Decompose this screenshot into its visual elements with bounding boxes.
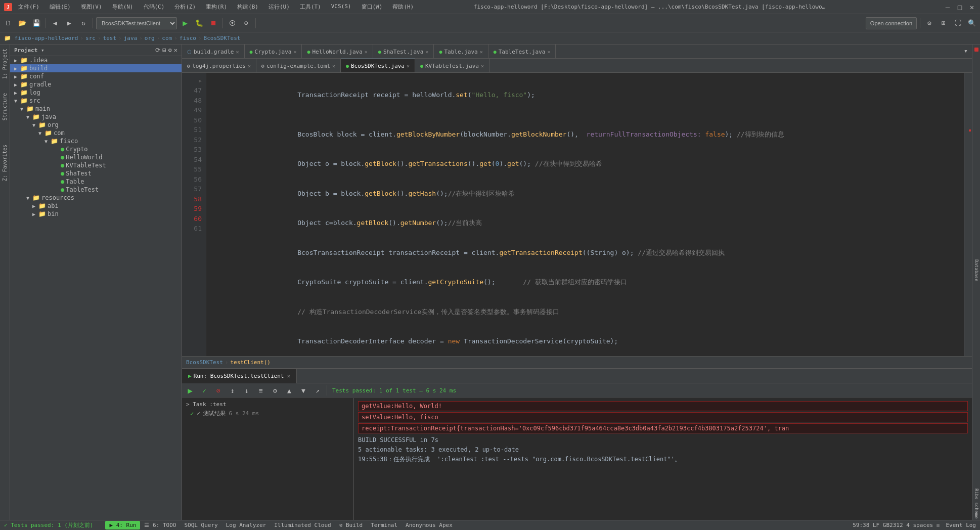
new-file-button[interactable]: 🗋: [2, 17, 14, 29]
fullscreen-icon[interactable]: ⛶: [952, 17, 964, 29]
breadcrumb-class[interactable]: BcosSDKTest: [204, 35, 241, 41]
tab-kvtabletest-java[interactable]: ● KVTableTest.java ✕: [415, 59, 489, 73]
tree-item-org[interactable]: ▼ 📁 org: [10, 121, 182, 129]
build-status-button[interactable]: ⚒ Build: [335, 522, 367, 528]
tree-item-shatest[interactable]: ▶ ● ShaTest: [10, 169, 182, 178]
run-button[interactable]: ▶: [179, 17, 191, 29]
menu-bar[interactable]: 文件(F) 编辑(E) 视图(V) 导航(N) 代码(C) 分析(Z) 重构(R…: [16, 2, 416, 12]
menu-code[interactable]: 代码(C): [142, 2, 167, 12]
close-tab-icon[interactable]: ✕: [481, 63, 484, 69]
tab-config-toml[interactable]: ⚙ config-example.toml ✕: [256, 59, 341, 73]
breadcrumb-item[interactable]: 📁 fisco-app-helloword: [4, 35, 78, 41]
menu-analyze[interactable]: 分析(Z): [172, 2, 198, 12]
breadcrumb-org[interactable]: org: [145, 35, 155, 41]
profile-button[interactable]: ⊕: [240, 17, 252, 29]
menu-refactor[interactable]: 重构(R): [204, 2, 229, 12]
menu-help[interactable]: 帮助(H): [390, 2, 416, 12]
close-sidebar-icon[interactable]: ✕: [174, 47, 177, 54]
cloud-status-button[interactable]: Illuminated Cloud: [270, 522, 335, 528]
collapse-all-icon[interactable]: ⊟: [162, 47, 166, 54]
tree-item-build[interactable]: ▶ 📁 build: [10, 64, 182, 72]
structure-panel-label[interactable]: Structure: [1, 91, 9, 122]
log-status-button[interactable]: Log Analyzer: [222, 522, 270, 528]
tab-table-java[interactable]: ● Table.java ✕: [434, 45, 488, 59]
breadcrumb-src[interactable]: src: [85, 35, 96, 41]
tree-item-table[interactable]: ▶ ● Table: [10, 178, 182, 186]
breadcrumb-test[interactable]: test: [103, 35, 117, 41]
close-tab-icon[interactable]: ✕: [365, 49, 368, 55]
sync-icon[interactable]: ⟳: [155, 47, 160, 54]
stop-test-button[interactable]: ⊘: [212, 384, 225, 396]
close-button[interactable]: ✕: [968, 3, 976, 11]
menu-window[interactable]: 窗口(W): [360, 2, 385, 12]
debug-button[interactable]: 🐛: [193, 17, 205, 29]
close-tab-icon[interactable]: ✕: [293, 49, 296, 55]
tree-item-crypto[interactable]: ▶ ● Crypto: [10, 145, 182, 153]
run-config-selector[interactable]: BcosSDKTest.testClient: [96, 17, 177, 29]
window-controls[interactable]: — □ ✕: [944, 3, 976, 11]
tree-item-com[interactable]: ▼ 📁 com: [10, 129, 182, 137]
sort-asc-button[interactable]: ↕: [227, 384, 239, 396]
menu-nav[interactable]: 导航(N): [110, 2, 136, 12]
minimize-button[interactable]: —: [944, 3, 952, 11]
tree-item-helloworld[interactable]: ▶ ● HelloWorld: [10, 153, 182, 161]
close-tab-icon[interactable]: ✕: [236, 49, 239, 55]
stop-button[interactable]: ⏹: [207, 17, 219, 29]
tree-item-gradle[interactable]: ▶ 📁 gradle: [10, 80, 182, 89]
tab-log4j[interactable]: ⚙ log4j.properties ✕: [182, 59, 256, 73]
close-tab-icon[interactable]: ✕: [547, 49, 550, 55]
tree-item-java[interactable]: ▼ 📁 java: [10, 113, 182, 121]
open-button[interactable]: 📂: [16, 17, 28, 29]
ribs-scheme-label[interactable]: Ribs scheme: [974, 489, 979, 519]
soql-status-button[interactable]: SOQL Query: [180, 522, 221, 528]
coverage-button[interactable]: ⦿: [226, 17, 238, 29]
event-log-button[interactable]: Event Log: [946, 522, 976, 528]
tab-helloworld-java[interactable]: ● HelloWorld.java ✕: [302, 45, 373, 59]
tree-item-fisco[interactable]: ▼ 📁 fisco: [10, 137, 182, 145]
tab-bcos-sdk-test[interactable]: ● BcosSDKTest.java ✕: [341, 59, 415, 73]
sort-desc-button[interactable]: ↓: [241, 384, 253, 396]
tree-item-main[interactable]: ▼ 📁 main: [10, 105, 182, 113]
tree-item-tabletest[interactable]: ▶ ● TableTest: [10, 186, 182, 194]
test-result-root[interactable]: ✓ ✓ 测试结果 6 s 24 ms: [186, 409, 349, 418]
menu-view[interactable]: 视图(V): [79, 2, 104, 12]
tab-shatest-java[interactable]: ● ShaTest.java ✕: [373, 45, 434, 59]
todo-status-button[interactable]: ☰ 6: TODO: [140, 522, 180, 528]
layout-icon[interactable]: ⊞: [938, 17, 950, 29]
test-all-button[interactable]: ✓: [198, 384, 210, 396]
tree-item-conf[interactable]: ▶ 📁 conf: [10, 72, 182, 80]
menu-build[interactable]: 构建(B): [235, 2, 260, 12]
settings-icon[interactable]: ⚙: [923, 17, 936, 29]
tree-item-log[interactable]: ▶ 📁 log: [10, 89, 182, 97]
forward-button[interactable]: ▶: [63, 17, 75, 29]
terminal-status-button[interactable]: Terminal: [367, 522, 402, 528]
bottom-tab-run[interactable]: ▶ Run: BcosSDKTest.testClient ✕: [182, 369, 297, 383]
close-tab-icon[interactable]: ✕: [407, 63, 410, 69]
breadcrumb-java[interactable]: java: [124, 35, 138, 41]
code-content[interactable]: TransactionReceipt receipt = helloWorld.…: [206, 73, 964, 356]
favorites-panel-label[interactable]: Z: Favorites: [1, 143, 9, 183]
tree-item-abi[interactable]: ▶ 📁 abi: [10, 202, 182, 210]
menu-vcs[interactable]: VCS(S): [329, 2, 353, 12]
tab-overflow-icon[interactable]: ▾: [960, 45, 972, 57]
menu-file[interactable]: 文件(F): [16, 2, 41, 12]
breadcrumb-fisco[interactable]: fisco: [180, 35, 196, 41]
close-tab-icon[interactable]: ✕: [332, 63, 335, 69]
close-tab-icon[interactable]: ✕: [425, 49, 428, 55]
project-panel-label[interactable]: 1: Project: [1, 47, 9, 81]
search-everywhere-icon[interactable]: 🔍: [966, 17, 978, 29]
close-run-tab-icon[interactable]: ✕: [287, 373, 290, 379]
apex-status-button[interactable]: Anonymous Apex: [402, 522, 457, 528]
open-connection-button[interactable]: Open connection: [866, 17, 917, 29]
tab-crypto-java[interactable]: ● Crypto.java ✕: [245, 45, 302, 59]
close-tab-icon[interactable]: ✕: [480, 49, 483, 55]
tree-item-src[interactable]: ▼ 📁 src: [10, 97, 182, 105]
menu-tools[interactable]: 工具(T): [298, 2, 323, 12]
rerun-button[interactable]: ▶: [184, 384, 196, 396]
run-status-button[interactable]: ▶ 4: Run: [105, 521, 140, 529]
down-button[interactable]: ▼: [297, 384, 309, 396]
back-button[interactable]: ◀: [49, 17, 61, 29]
up-button[interactable]: ▲: [283, 384, 295, 396]
tree-item-resources[interactable]: ▼ 📁 resources: [10, 194, 182, 202]
menu-run[interactable]: 运行(U): [266, 2, 292, 12]
